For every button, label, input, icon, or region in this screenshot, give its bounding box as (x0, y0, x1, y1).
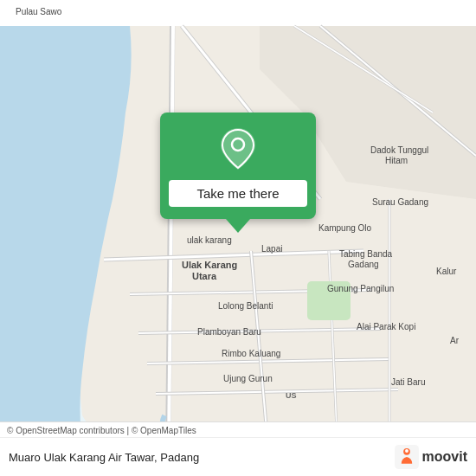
location-info: Muaro Ulak Karang Air Tawar, Padang moov… (0, 438, 476, 476)
moovit-icon (395, 445, 419, 469)
location-name: Muaro Ulak Karang Air Tawar, Padang (9, 451, 395, 464)
attribution: © OpenStreetMap contributors | © OpenMap… (0, 422, 476, 438)
popup-card: Take me there (160, 113, 316, 233)
popup-arrow (226, 219, 250, 233)
pin-icon-wrapper (221, 128, 255, 173)
location-pin-icon (221, 128, 255, 170)
svg-rect-29 (307, 281, 351, 320)
bottom-bar: © OpenStreetMap contributors | © OpenMap… (0, 421, 476, 476)
moovit-logo: moovit (395, 445, 467, 469)
map-container: Pulau Sawo ulak karang Lapai Ulak Karang… (0, 0, 476, 476)
attribution-text: © OpenStreetMap contributors | © OpenMap… (7, 426, 196, 435)
svg-point-33 (405, 449, 408, 453)
moovit-text: moovit (422, 449, 467, 465)
popup-green-box: Take me there (160, 113, 316, 219)
take-me-there-button[interactable]: Take me there (169, 180, 307, 207)
